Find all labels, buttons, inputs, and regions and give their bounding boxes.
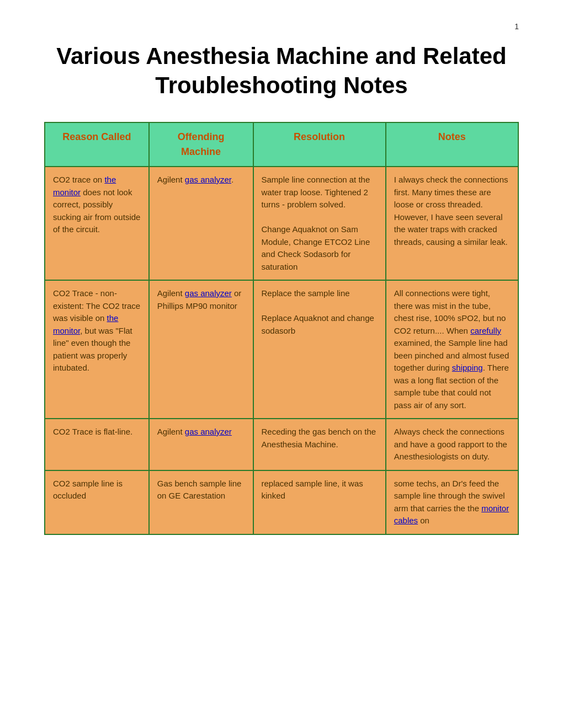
table-row: CO2 Trace - non-existent: The CO2 trace …	[45, 280, 518, 419]
table-row: CO2 trace on the monitor does not look c…	[45, 167, 518, 280]
monitor-link-1[interactable]: the monitor	[53, 175, 116, 197]
header-reason-called: Reason Called	[45, 122, 149, 167]
notes-cell-4: some techs, an Dr's feed the sample line…	[386, 470, 518, 534]
header-offending-machine: Offending Machine	[149, 122, 253, 167]
notes-cell-2: All connections were tight, there was mi…	[386, 280, 518, 419]
monitor-cables-link[interactable]: monitor cables	[394, 504, 509, 526]
header-resolution: Resolution	[253, 122, 386, 167]
table-header-row: Reason Called Offending Machine Resoluti…	[45, 122, 518, 167]
resolution-cell-3: Receding the gas bench on the Anesthesia…	[253, 419, 386, 470]
table-row: CO2 Trace is flat-line. Agilent gas anal…	[45, 419, 518, 470]
reason-called-cell-3: CO2 Trace is flat-line.	[45, 419, 149, 470]
page-title: Various Anesthesia Machine and Related T…	[44, 42, 519, 100]
carefully-link[interactable]: carefully	[470, 326, 501, 335]
offending-machine-cell-4: Gas bench sample line on GE Carestation	[149, 470, 253, 534]
resolution-cell-1: Sample line connection at the water trap…	[253, 167, 386, 280]
resolution-cell-2: Replace the sample line Replace Aquaknot…	[253, 280, 386, 419]
main-table: Reason Called Offending Machine Resoluti…	[44, 122, 519, 535]
notes-cell-3: Always check the connections and have a …	[386, 419, 518, 470]
shipping-link[interactable]: shipping	[452, 363, 483, 372]
page-number: 1	[44, 22, 519, 31]
offending-machine-cell-2: Agilent gas analyzer or Phillips MP90 mo…	[149, 280, 253, 419]
table-row: CO2 sample line is occluded Gas bench sa…	[45, 470, 518, 534]
gas-analyzer-link-2[interactable]: gas analyzer	[185, 288, 232, 298]
offending-machine-cell-1: Agilent gas analyzer.	[149, 167, 253, 280]
offending-machine-cell-3: Agilent gas analyzer	[149, 419, 253, 470]
reason-called-cell-1: CO2 trace on the monitor does not look c…	[45, 167, 149, 280]
reason-called-cell-2: CO2 Trace - non-existent: The CO2 trace …	[45, 280, 149, 419]
gas-analyzer-link-1[interactable]: gas analyzer	[185, 175, 231, 184]
gas-analyzer-link-3[interactable]: gas analyzer	[185, 427, 232, 436]
notes-cell-1: I always check the connections first. Ma…	[386, 167, 518, 280]
header-notes: Notes	[386, 122, 518, 167]
reason-called-cell-4: CO2 sample line is occluded	[45, 470, 149, 534]
monitor-link-2[interactable]: the monitor	[53, 313, 118, 335]
resolution-cell-4: replaced sample line, it was kinked	[253, 470, 386, 534]
